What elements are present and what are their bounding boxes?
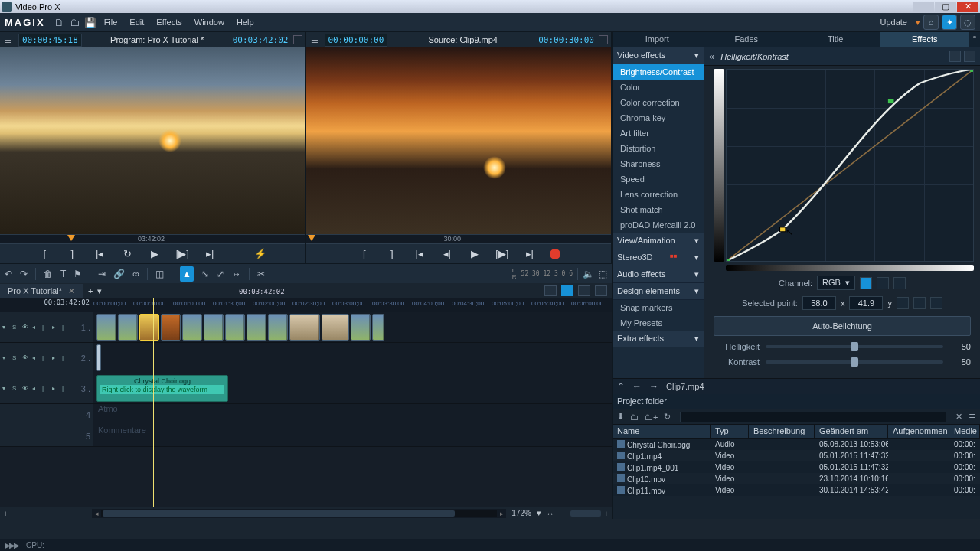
menu-help[interactable]: Help [231,15,260,29]
mark-in-button[interactable]: [ [37,248,52,259]
mixer-icon[interactable]: ⬚ [599,269,607,279]
zoom-fit-icon[interactable]: ↔ [541,509,559,518]
menu-file[interactable]: File [99,15,123,29]
selpt-x-value[interactable]: 58.0 [802,296,836,310]
eff-presets[interactable]: My Presets [612,315,704,331]
view-overview-icon[interactable] [595,285,607,296]
program-ruler[interactable]: 03:42:02 [0,234,305,243]
effect-reset-button[interactable] [964,51,975,62]
pt-icon-c[interactable] [930,297,942,309]
tab-effects[interactable]: Effects [880,32,970,47]
track-eye-icon[interactable]: 👁 [22,324,30,331]
cat-video[interactable]: Video effects▾ [612,47,704,64]
record-button[interactable] [550,249,560,259]
update-link[interactable]: Update [875,15,913,29]
cloud-button[interactable]: ✦ [942,15,957,30]
menu-effects[interactable]: Effects [151,15,187,29]
clear-search-icon[interactable]: ✕ [956,412,962,422]
project-tab[interactable]: Pro X Tutorial*✕ [0,284,83,298]
tab-menu-button[interactable]: ▾ [97,286,102,296]
open-folder-icon[interactable]: 🗀 [68,15,82,29]
src-play-button[interactable]: ▶ [467,248,482,259]
go-start-button[interactable]: |◂ [92,248,107,259]
eff-speed[interactable]: Speed [612,171,704,187]
browser-back-icon[interactable]: ← [632,381,642,392]
curves-graph[interactable]: ↖ [726,69,974,262]
folder-icon[interactable]: 🗀 [630,412,639,422]
stretch-tool-icon[interactable]: ↔ [232,269,241,279]
eff-shotmatch[interactable]: Shot match [612,202,704,217]
browser-up-icon[interactable]: ⌃ [617,381,625,392]
zoom-out-icon[interactable]: − [559,509,570,518]
lightning-icon[interactable]: ⚡ [253,248,268,259]
add-tab-button[interactable]: + [88,286,93,296]
play-button[interactable]: ▶ [147,248,162,259]
loop-button[interactable]: ↻ [119,248,135,259]
brightness-slider[interactable] [766,345,943,348]
zoom-in-icon[interactable]: + [601,509,612,518]
menu-edit[interactable]: Edit [124,15,149,29]
src-mark-in-button[interactable]: [ [357,248,372,259]
zoom-percent[interactable]: 172% [506,509,537,517]
table-row[interactable]: Clip11.movVideo30.10.2014 14:53:4200:00: [612,484,980,496]
delete-button[interactable]: 🗑 [44,269,53,279]
tab-title[interactable]: Title [791,32,880,47]
source-popout-icon[interactable] [599,35,608,44]
settings-button[interactable]: ◌ [960,15,975,30]
table-row[interactable]: Clip10.movVideo23.10.2014 10:10:1600:00: [612,473,980,484]
ripple-button-icon[interactable]: ⇥ [98,269,106,279]
channel-reset-icon[interactable] [893,277,906,289]
program-popout-icon[interactable] [293,35,302,44]
table-row[interactable]: Chrystal Choir.oggAudio05.08.2013 10:53:… [612,439,980,450]
selpt-y-value[interactable]: 41.9 [849,296,883,310]
view-film-icon[interactable] [578,285,590,296]
table-row[interactable]: Clip1.mp4Video05.01.2015 11:47:3200:00: [612,450,980,461]
browser-path[interactable]: Project folder [612,394,980,409]
effect-preset-dropdown[interactable] [949,51,961,62]
view-grid-icon[interactable] [544,285,557,296]
speaker-icon[interactable]: 🔈 [583,269,594,279]
tool-b-icon[interactable]: ⤢ [217,269,224,279]
title-button-icon[interactable]: T [60,269,66,279]
refresh-icon[interactable]: ↻ [664,412,671,422]
auto-exposure-button[interactable]: Auto-Belichtung [714,316,971,336]
new-file-icon[interactable]: 🗋 [53,15,67,29]
pt-icon-b[interactable] [913,297,926,309]
eff-colorcorr[interactable]: Color correction [612,95,704,110]
channel-dropdown[interactable]: RGB▾ [817,276,855,290]
source-video[interactable] [306,47,612,234]
track-solo-icon[interactable]: S [12,324,20,331]
mute-button-icon[interactable]: ◫ [155,269,164,279]
effect-back-icon[interactable]: « [709,51,714,62]
cat-audio[interactable]: Audio effects▾ [612,266,704,283]
track-vol-icon[interactable]: ◂ [32,324,40,331]
mark-out-button[interactable]: ] [64,248,80,259]
go-end-button[interactable]: ▸| [202,248,217,259]
cut-tool-icon[interactable]: ✂ [257,269,265,279]
browser-search-input[interactable] [680,412,946,422]
eff-mercalli[interactable]: proDAD Mercalli 2.0 [612,217,704,233]
close-button[interactable]: ✕ [957,2,978,12]
playhead[interactable] [153,298,154,507]
eff-distortion[interactable]: Distortion [612,141,704,156]
eff-brightness[interactable]: Brightness/Contrast [612,64,704,80]
cat-stereo[interactable]: Stereo3D■■▾ [612,249,704,266]
eff-snap[interactable]: Snap markers [612,300,704,315]
view-list-icon[interactable] [561,285,573,296]
link-button-icon[interactable]: 🔗 [113,269,125,279]
tab-import[interactable]: Import [612,32,702,47]
src-step-back-button[interactable]: ◂| [439,248,455,259]
audio-clip[interactable]: Chrystal Choir.ogg Right click to displa… [96,375,228,402]
tabs-popout-icon[interactable]: ▫ [969,32,980,47]
undo-button[interactable]: ↶ [5,269,12,279]
src-play-range-button[interactable]: [▶] [495,248,510,259]
channel-pen-icon[interactable] [877,277,889,289]
eff-color[interactable]: Color [612,80,704,95]
tab-fades[interactable]: Fades [702,32,792,47]
cat-design[interactable]: Design elements▾ [612,283,704,300]
channel-curve-icon[interactable] [860,277,872,289]
source-ruler[interactable]: 30:00 [306,234,612,243]
pointer-tool-icon[interactable]: ▲ [180,266,194,282]
timeline-scrollbar[interactable]: ◂ ▸ [92,509,506,518]
new-folder-icon[interactable]: 🗀+ [645,412,658,422]
